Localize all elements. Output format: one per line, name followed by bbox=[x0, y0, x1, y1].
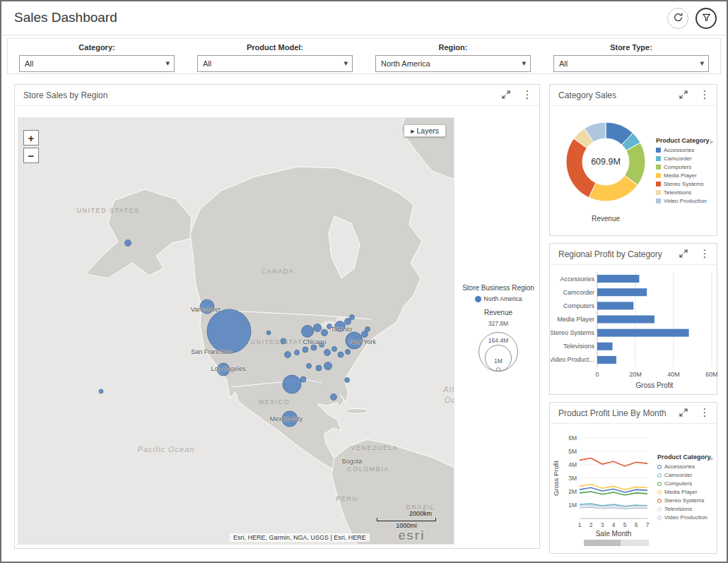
kebab-menu-icon[interactable]: ⋮ bbox=[522, 90, 532, 100]
x-tick-label: 6 bbox=[635, 521, 638, 528]
legend-item[interactable]: Computers bbox=[657, 480, 718, 487]
bar-2[interactable] bbox=[597, 302, 633, 309]
line-series-6[interactable] bbox=[580, 507, 647, 509]
zoom-in-button[interactable]: + bbox=[23, 130, 39, 146]
bar-category-label: Televisions bbox=[563, 343, 595, 350]
legend-item[interactable]: Camcorder bbox=[657, 472, 718, 478]
map-bubble[interactable] bbox=[281, 338, 286, 344]
map-canvas[interactable]: UNITED STATESCANADAUNITED STATESMEXICOVE… bbox=[18, 117, 454, 545]
legend-item[interactable]: Media Player bbox=[657, 489, 718, 495]
map-bubble[interactable] bbox=[362, 331, 368, 338]
map-bubble[interactable] bbox=[207, 309, 251, 353]
bar-5[interactable] bbox=[597, 343, 613, 350]
map-bubble[interactable] bbox=[346, 350, 351, 355]
map-bubble[interactable] bbox=[295, 350, 300, 355]
filter-group-0: Category:All▾ bbox=[8, 39, 186, 73]
map-bubble[interactable] bbox=[302, 326, 314, 338]
zoom-out-button[interactable]: − bbox=[23, 148, 39, 163]
legend-item[interactable]: Televisions bbox=[656, 189, 717, 196]
x-tick-label: 3 bbox=[601, 521, 604, 528]
map-bubble[interactable] bbox=[300, 377, 306, 382]
kebab-menu-icon[interactable]: ⋮ bbox=[700, 408, 710, 417]
map-bubble[interactable] bbox=[319, 343, 324, 348]
map-bubble[interactable] bbox=[200, 300, 214, 314]
legend-item[interactable]: Camcorder bbox=[656, 155, 717, 162]
map-bubble[interactable] bbox=[99, 389, 103, 393]
scrollbar-thumb[interactable] bbox=[584, 540, 621, 546]
map-legend-region-item[interactable]: North America bbox=[457, 295, 539, 302]
size-mid-label: 164.4M bbox=[488, 337, 508, 344]
filter-label: Region: bbox=[375, 43, 531, 52]
map-bubble[interactable] bbox=[345, 319, 351, 325]
map-bubble[interactable] bbox=[314, 324, 322, 332]
scale-line bbox=[377, 518, 436, 521]
map-bubble[interactable] bbox=[303, 347, 308, 352]
map-bubble[interactable] bbox=[311, 345, 317, 350]
filter-label: Category: bbox=[19, 43, 175, 52]
map-bubble[interactable] bbox=[365, 327, 370, 332]
donut-segment-4[interactable] bbox=[566, 138, 596, 198]
legend-item[interactable]: Video Production bbox=[656, 198, 717, 204]
legend-label: Computers bbox=[664, 164, 691, 170]
refresh-button[interactable] bbox=[667, 8, 688, 29]
map-bubble[interactable] bbox=[338, 352, 344, 357]
bar-4[interactable] bbox=[597, 329, 689, 337]
legend-item[interactable]: Computers bbox=[656, 164, 717, 170]
line-series-2[interactable] bbox=[580, 492, 647, 495]
legend-swatch-icon bbox=[656, 148, 661, 153]
map-bubble[interactable] bbox=[283, 375, 301, 393]
legend-label: Media Player bbox=[664, 489, 698, 495]
map-bubble[interactable] bbox=[266, 331, 271, 335]
legend-item[interactable]: Stereo Systems bbox=[657, 497, 718, 504]
kebab-menu-icon[interactable]: ⋮ bbox=[700, 90, 710, 100]
filter-dropdown-0[interactable]: All▾ bbox=[19, 55, 175, 72]
bar-0[interactable] bbox=[597, 275, 639, 283]
map-bubble[interactable] bbox=[346, 332, 363, 349]
layers-button[interactable]: ▸ Layers bbox=[404, 124, 446, 137]
legend-item[interactable]: Stereo Systems bbox=[656, 181, 717, 187]
map-bubble[interactable] bbox=[322, 330, 328, 336]
kebab-menu-icon[interactable]: ⋮ bbox=[700, 249, 710, 259]
chevron-down-icon: ▾ bbox=[165, 59, 170, 68]
map-bubble[interactable] bbox=[307, 364, 312, 369]
map-bubble[interactable] bbox=[324, 362, 332, 370]
map-bubble[interactable] bbox=[335, 321, 346, 332]
legend-swatch-icon bbox=[657, 516, 662, 520]
maximize-icon[interactable] bbox=[501, 90, 511, 100]
filter-dropdown-3[interactable]: All▾ bbox=[553, 55, 709, 72]
map-bubble[interactable] bbox=[332, 347, 337, 352]
map-legend-region-title: Store Business Region bbox=[457, 284, 539, 292]
map-bubble[interactable] bbox=[282, 411, 298, 427]
app-header: Sales Dashboard bbox=[1, 1, 727, 35]
map-bubble[interactable] bbox=[350, 315, 355, 320]
legend-item[interactable]: Accessories bbox=[657, 463, 718, 470]
map-bubble[interactable] bbox=[327, 324, 332, 329]
map-bubble[interactable] bbox=[316, 365, 322, 371]
filter-dropdown-2[interactable]: North America▾ bbox=[375, 55, 531, 72]
legend-item[interactable]: Media Player bbox=[656, 172, 717, 179]
legend-item[interactable]: Accessories bbox=[656, 147, 717, 153]
maximize-icon[interactable] bbox=[679, 90, 688, 100]
filter-button[interactable] bbox=[695, 8, 717, 29]
bar-6[interactable] bbox=[597, 356, 616, 364]
legend-next-icon[interactable]: ▸ bbox=[710, 454, 714, 463]
y-tick-label: 3M bbox=[568, 475, 577, 482]
legend-next-icon[interactable]: ▸ bbox=[710, 137, 714, 146]
maximize-icon[interactable] bbox=[679, 408, 688, 417]
donut-chart bbox=[560, 116, 652, 208]
map-bubble[interactable] bbox=[331, 394, 337, 401]
map-bubble[interactable] bbox=[285, 352, 291, 358]
bar-3[interactable] bbox=[597, 316, 654, 324]
donut-segment-3[interactable] bbox=[589, 175, 638, 201]
map-bubble[interactable] bbox=[217, 363, 230, 376]
maximize-icon[interactable] bbox=[679, 249, 688, 259]
y-tick-label: 1M bbox=[568, 502, 577, 509]
legend-item[interactable]: Video Production bbox=[657, 514, 718, 521]
bar-1[interactable] bbox=[597, 288, 647, 296]
map-bubble[interactable] bbox=[125, 240, 131, 247]
map-bubble[interactable] bbox=[345, 378, 350, 383]
chart-scrollbar[interactable] bbox=[584, 540, 649, 546]
map-bubble[interactable] bbox=[324, 350, 331, 356]
filter-dropdown-1[interactable]: All▾ bbox=[197, 55, 353, 72]
legend-item[interactable]: Televisions bbox=[657, 506, 718, 512]
